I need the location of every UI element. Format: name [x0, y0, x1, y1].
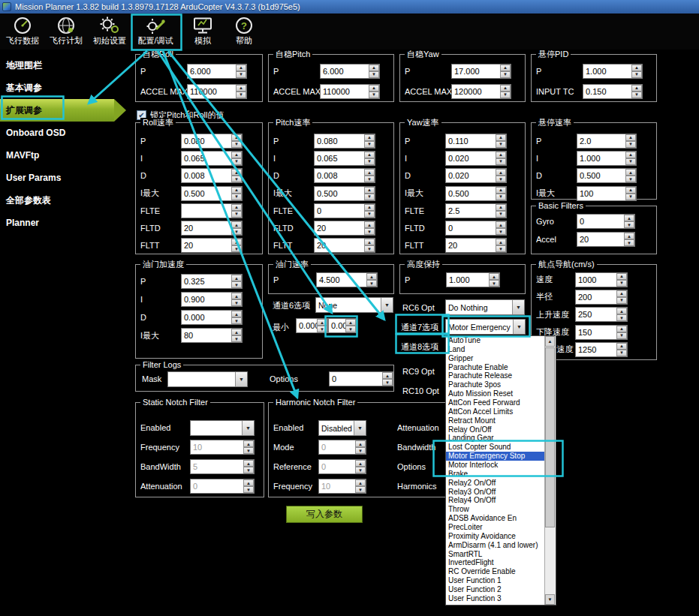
- param-value[interactable]: 0.065: [182, 152, 231, 165]
- spinner-buttons[interactable]: ▲▼: [625, 187, 636, 200]
- spinner-up-icon[interactable]: ▲: [236, 65, 246, 71]
- spinner-up-icon[interactable]: ▲: [625, 169, 636, 176]
- param-spinner[interactable]: 120000 ▲▼: [451, 84, 511, 99]
- spinner-up-icon[interactable]: ▲: [500, 65, 511, 71]
- chevron-down-icon[interactable]: ▼: [235, 372, 247, 386]
- param-value[interactable]: 0.500: [446, 187, 496, 200]
- spinner-buttons[interactable]: ▲▼: [364, 221, 375, 235]
- param-spinner[interactable]: 4.500 ▲▼: [316, 272, 378, 287]
- param-value[interactable]: 100: [577, 187, 625, 200]
- spinner-buttons[interactable]: ▲▼: [500, 85, 511, 98]
- spinner-down-icon[interactable]: ▼: [243, 467, 254, 473]
- sidebar-item-extended-tuning[interactable]: 扩展调参: [0, 99, 114, 122]
- spinner-down-icon[interactable]: ▼: [616, 314, 627, 321]
- param-spinner[interactable]: 0.008 ▲▼: [314, 168, 375, 183]
- chevron-down-icon[interactable]: ▼: [354, 421, 366, 435]
- spinner-down-icon[interactable]: ▼: [369, 92, 379, 98]
- spinner-up-icon[interactable]: ▲: [243, 479, 254, 486]
- spinner-up-icon[interactable]: ▲: [496, 221, 506, 228]
- spinner-buttons[interactable]: ▲▼: [616, 308, 627, 321]
- sidebar-item-mavftp[interactable]: MAVFtp: [0, 144, 129, 167]
- param-value[interactable]: 0.500: [315, 187, 364, 200]
- param-value[interactable]: 0.110: [446, 134, 496, 148]
- param-spinner[interactable]: 0.065 ▲▼: [181, 151, 243, 166]
- spinner-down-icon[interactable]: ▼: [625, 194, 636, 200]
- spinner-up-icon[interactable]: ▲: [500, 85, 511, 92]
- param-spinner[interactable]: 0 ▲▼: [318, 459, 366, 474]
- param-spinner[interactable]: 1.000 ▲▼: [583, 64, 643, 79]
- ch6-option-select[interactable]: None▼: [315, 297, 393, 313]
- param-spinner[interactable]: 1000 ▲▼: [575, 272, 628, 287]
- spinner-buttons[interactable]: ▲▼: [231, 169, 242, 182]
- filter-options-spinner[interactable]: 0 ▲▼: [329, 371, 393, 386]
- spinner-up-icon[interactable]: ▲: [364, 239, 375, 245]
- param-spinner[interactable]: 0 ▲▼: [318, 440, 366, 455]
- param-spinner[interactable]: 20 ▲▼: [577, 232, 635, 247]
- mask-select[interactable]: ▼: [167, 371, 248, 387]
- dropdown-option[interactable]: Brake: [446, 470, 544, 479]
- param-value[interactable]: 250: [576, 308, 616, 321]
- spinner-up-icon[interactable]: ▲: [355, 460, 366, 467]
- param-spinner[interactable]: 0.325 ▲▼: [181, 274, 243, 289]
- spinner-down-icon[interactable]: ▼: [236, 71, 246, 78]
- spinner-down-icon[interactable]: ▼: [496, 158, 506, 165]
- spinner-down-icon[interactable]: ▼: [616, 350, 627, 356]
- param-spinner[interactable]: 0.020 ▲▼: [445, 151, 507, 166]
- spinner-buttons[interactable]: ▲▼: [364, 134, 375, 148]
- param-value[interactable]: 5: [191, 460, 243, 473]
- param-value[interactable]: 0.065: [315, 152, 364, 165]
- param-spinner[interactable]: 20 ▲▼: [314, 221, 375, 236]
- param-value[interactable]: 0.008: [315, 169, 364, 182]
- toolbar-initial-setup-button[interactable]: 初始设置: [89, 14, 131, 49]
- spinner-buttons[interactable]: ▲▼: [243, 460, 254, 473]
- spinner-up-icon[interactable]: ▲: [243, 460, 254, 467]
- scroll-down-icon[interactable]: ▼: [545, 594, 555, 605]
- sidebar-item-geofence[interactable]: 地理围栏: [0, 54, 129, 77]
- spinner-down-icon[interactable]: ▼: [231, 194, 242, 200]
- param-spinner[interactable]: 110000 ▲▼: [187, 84, 247, 99]
- dropdown-option[interactable]: PrecLoiter: [446, 523, 544, 532]
- param-value[interactable]: 0.080: [315, 134, 364, 148]
- spinner-buttons[interactable]: ▲▼: [369, 65, 379, 78]
- spinner-buttons[interactable]: ▲▼: [231, 204, 242, 218]
- param-value[interactable]: 1.000: [447, 273, 489, 287]
- toolbar-help-button[interactable]: ? 帮助: [227, 14, 261, 49]
- spinner-buttons[interactable]: ▲▼: [625, 169, 636, 182]
- spinner-down-icon[interactable]: ▼: [243, 447, 254, 454]
- spinner-buttons[interactable]: ▲▼: [366, 273, 377, 287]
- param-spinner[interactable]: 10 ▲▼: [318, 479, 366, 494]
- spinner-up-icon[interactable]: ▲: [231, 134, 242, 141]
- param-value[interactable]: 110000: [188, 85, 236, 98]
- param-value[interactable]: 0: [319, 460, 355, 473]
- spinner-down-icon[interactable]: ▼: [631, 92, 642, 98]
- param-spinner[interactable]: 0.008 ▲▼: [181, 168, 243, 183]
- spinner-up-icon[interactable]: ▲: [243, 440, 254, 447]
- param-spinner[interactable]: 0.150 ▲▼: [583, 84, 643, 99]
- param-spinner[interactable]: 80 ▲▼: [181, 328, 243, 343]
- spinner-up-icon[interactable]: ▲: [616, 290, 627, 297]
- spinner-up-icon[interactable]: ▲: [364, 134, 375, 141]
- param-spinner[interactable]: 0.900 ▲▼: [181, 292, 243, 307]
- spinner-up-icon[interactable]: ▲: [355, 440, 366, 447]
- spinner-up-icon[interactable]: ▲: [624, 233, 634, 239]
- spinner-down-icon[interactable]: ▼: [624, 239, 634, 246]
- param-value[interactable]: 0.900: [182, 293, 231, 306]
- toolbar-config-tuning-button[interactable]: 配置/调试: [132, 14, 179, 49]
- spinner-buttons[interactable]: ▲▼: [616, 326, 627, 339]
- spinner-up-icon[interactable]: ▲: [625, 152, 636, 158]
- spinner-down-icon[interactable]: ▼: [616, 332, 627, 339]
- spinner-buttons[interactable]: ▲▼: [243, 479, 254, 493]
- spinner-up-icon[interactable]: ▲: [496, 204, 506, 211]
- toolbar-flight-data-button[interactable]: 飞行数据: [2, 14, 44, 49]
- spinner-up-icon[interactable]: ▲: [496, 187, 506, 194]
- spinner-buttons[interactable]: ▲▼: [489, 273, 499, 287]
- param-value[interactable]: 0.008: [182, 169, 231, 182]
- spinner-buttons[interactable]: ▲▼: [496, 134, 506, 148]
- toolbar-simulation-button[interactable]: 模拟: [185, 14, 221, 49]
- param-spinner[interactable]: 0 ▲▼: [577, 214, 635, 229]
- dropdown-scrollbar[interactable]: ▲ ▼: [544, 336, 556, 605]
- param-value[interactable]: 1.000: [583, 65, 631, 78]
- param-spinner[interactable]: 0.080 ▲▼: [314, 134, 375, 149]
- spinner-up-icon[interactable]: ▲: [489, 273, 499, 280]
- spinner-down-icon[interactable]: ▼: [243, 486, 254, 493]
